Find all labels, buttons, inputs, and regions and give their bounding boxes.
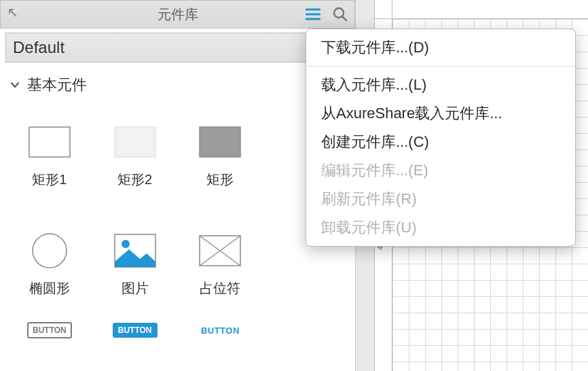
menu-load-axshare[interactable]: 从AxureShare载入元件库...	[306, 99, 575, 128]
image-icon	[114, 234, 156, 267]
button-outline-label: BUTTON	[27, 322, 72, 338]
library-options-menu: 下载元件库...(D) 载入元件库...(L) 从AxureShare载入元件库…	[306, 29, 576, 247]
svg-rect-2	[115, 127, 155, 157]
widget-label: 占位符	[200, 279, 240, 298]
menu-edit-library: 编辑元件库...(E)	[306, 156, 575, 185]
ellipse-icon	[29, 234, 71, 267]
button-primary-label: BUTTON	[113, 323, 158, 338]
panel-header-actions	[304, 1, 349, 28]
section-header[interactable]: 基本元件	[0, 63, 355, 99]
section-title: 基本元件	[27, 75, 87, 95]
placeholder-icon	[199, 234, 241, 267]
widget-button-outline[interactable]: BUTTON	[7, 317, 92, 344]
rectangle-dark-icon	[199, 126, 241, 158]
menu-load-library[interactable]: 载入元件库...(L)	[306, 71, 575, 99]
library-selector-label: Default	[13, 38, 65, 57]
widget-hidden-3	[263, 317, 348, 344]
widget-button-primary[interactable]: BUTTON	[92, 317, 178, 344]
widget-placeholder[interactable]: 占位符	[178, 215, 263, 317]
widget-button-link[interactable]: BUTTON	[178, 317, 263, 344]
panel-title: 元件库	[1, 5, 354, 24]
widget-label: 矩形2	[117, 171, 152, 189]
widget-label: 矩形	[206, 171, 234, 189]
menu-icon[interactable]	[304, 5, 322, 23]
search-icon[interactable]	[331, 5, 349, 23]
widget-rectangle-3[interactable]: 矩形	[178, 106, 263, 208]
library-selector[interactable]: Default	[5, 33, 350, 63]
menu-unload-library: 卸载元件库(U)	[306, 213, 575, 242]
rectangle-icon	[29, 126, 71, 158]
widget-grid: 矩形1 矩形2 矩形 椭圆形 图片	[0, 99, 355, 317]
panel-header: 元件库	[0, 0, 355, 29]
ruler-corner	[375, 0, 392, 19]
widget-library-panel: 元件库 Default 基本元件 矩形1	[0, 0, 356, 371]
svg-point-6	[122, 240, 130, 248]
button-link-label: BUTTON	[201, 325, 240, 336]
widget-ellipse[interactable]: 椭圆形	[7, 215, 92, 317]
button-widget-row: BUTTON BUTTON BUTTON	[0, 317, 355, 351]
menu-download-library[interactable]: 下载元件库...(D)	[306, 33, 575, 62]
svg-point-4	[33, 234, 67, 268]
rectangle-light-icon	[114, 126, 156, 158]
menu-refresh-library: 刷新元件库(R)	[306, 185, 575, 213]
widget-label: 椭圆形	[29, 279, 70, 298]
chevron-down-icon	[10, 80, 20, 90]
widget-image[interactable]: 图片	[92, 215, 178, 317]
svg-rect-1	[29, 127, 70, 157]
widget-label: 图片	[122, 279, 149, 298]
widget-label: 矩形1	[32, 171, 67, 189]
svg-rect-3	[200, 127, 240, 157]
widget-rectangle-2[interactable]: 矩形2	[92, 106, 178, 208]
horizontal-ruler[interactable]	[392, 0, 588, 19]
menu-create-library[interactable]: 创建元件库...(C)	[306, 128, 575, 156]
widget-rectangle-1[interactable]: 矩形1	[7, 106, 92, 208]
menu-separator	[306, 66, 575, 67]
popout-icon[interactable]	[7, 7, 18, 18]
